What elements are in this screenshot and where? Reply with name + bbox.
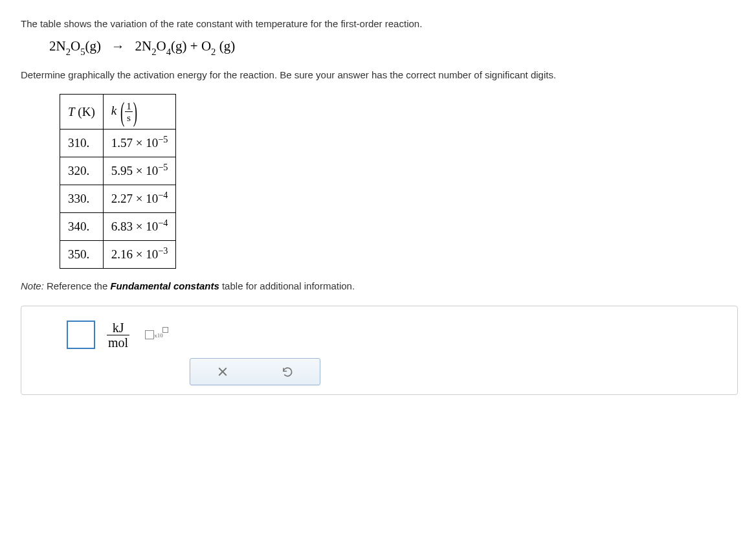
reaction-equation: 2N2O5(g) → 2N2O4(g) + O2 (g)	[49, 38, 738, 56]
table-row: 330.2.27 × 10−4	[60, 185, 176, 213]
answer-unit: kJmol	[107, 321, 129, 349]
table-row: 340.6.83 × 10−4	[60, 213, 176, 241]
reset-button[interactable]	[255, 359, 320, 385]
sci-notation-button[interactable]: x10	[145, 330, 168, 339]
table-row: 350.2.16 × 10−3	[60, 241, 176, 269]
table-row: 310.1.57 × 10−5	[60, 130, 176, 157]
button-row	[190, 358, 320, 385]
clear-button[interactable]	[190, 359, 255, 385]
undo-icon	[282, 366, 293, 378]
answer-panel: kJmol x10	[21, 306, 738, 395]
prompt-text: Determine graphically the activation ene…	[21, 68, 738, 82]
col-header-temp: T (K)	[60, 94, 104, 129]
table-row: 320.5.95 × 10−5	[60, 157, 176, 185]
answer-input[interactable]	[67, 321, 95, 349]
note-text: Note: Reference the Fundamental constant…	[21, 280, 738, 291]
intro-text: The table shows the variation of the rat…	[21, 18, 738, 29]
rate-constant-table: T (K) k (1s) 310.1.57 × 10−5 320.5.95 × …	[60, 94, 176, 269]
close-icon	[217, 366, 228, 378]
col-header-k: k (1s)	[103, 94, 176, 129]
